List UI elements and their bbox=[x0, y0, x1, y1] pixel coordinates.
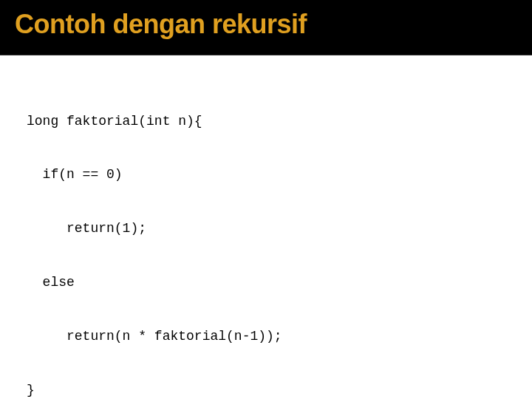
code-line: else bbox=[27, 273, 505, 291]
code-line: return(1); bbox=[27, 219, 505, 237]
code-line: } bbox=[27, 381, 505, 399]
slide-header: Contoh dengan rekursif bbox=[0, 0, 532, 55]
code-line: if(n == 0) bbox=[27, 166, 505, 183]
slide-title: Contoh dengan rekursif bbox=[15, 9, 517, 40]
code-line: long faktorial(int n){ bbox=[27, 112, 505, 130]
code-block: long faktorial(int n){ if(n == 0) return… bbox=[27, 76, 505, 399]
code-line: return(n * faktorial(n-1)); bbox=[27, 327, 505, 345]
slide-content: long faktorial(int n){ if(n == 0) return… bbox=[0, 55, 532, 399]
